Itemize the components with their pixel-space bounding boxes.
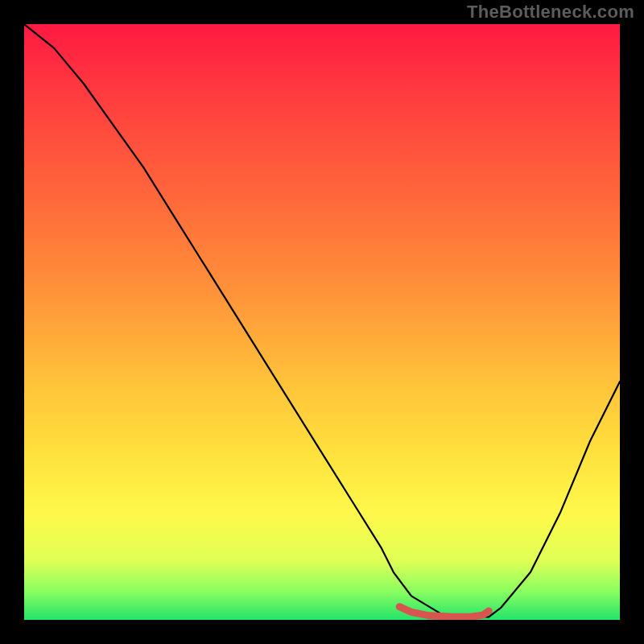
- bottleneck-curve-line: [24, 24, 620, 617]
- optimal-band-line: [399, 607, 489, 617]
- chart-overlay: [24, 24, 620, 620]
- chart-root: TheBottleneck.com: [0, 0, 644, 644]
- watermark-text: TheBottleneck.com: [467, 2, 634, 23]
